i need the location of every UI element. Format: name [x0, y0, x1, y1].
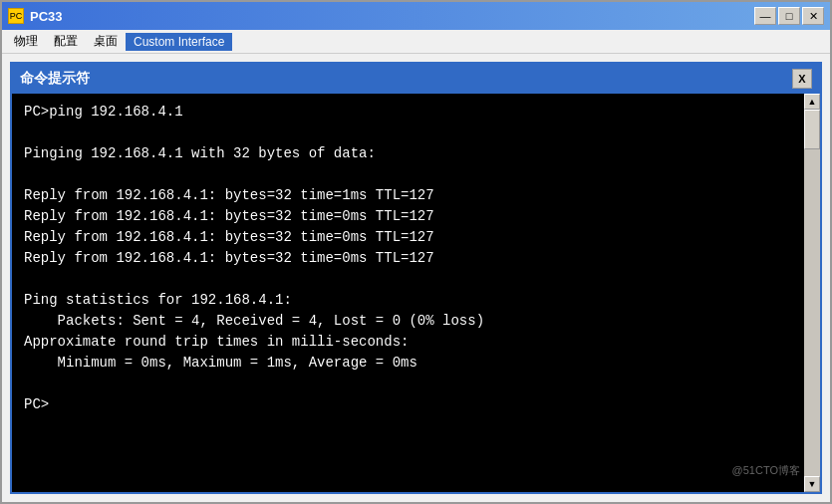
window-title: PC33	[30, 9, 754, 24]
main-window: PC PC33 — □ ✕ 物理 配置 桌面 Custom Interface …	[0, 0, 832, 504]
window-icon: PC	[8, 8, 24, 24]
menu-item-desktop[interactable]: 桌面	[86, 31, 126, 52]
content-area: 命令提示符 X PC>ping 192.168.4.1 Pinging 192.…	[2, 54, 830, 502]
cmd-window: 命令提示符 X PC>ping 192.168.4.1 Pinging 192.…	[10, 62, 822, 494]
scroll-up-button[interactable]: ▲	[804, 94, 820, 110]
cmd-scrollbar: ▲ ▼	[804, 94, 820, 492]
cmd-content[interactable]: PC>ping 192.168.4.1 Pinging 192.168.4.1 …	[12, 94, 804, 492]
watermark: @51CTO博客	[732, 463, 800, 478]
scroll-down-button[interactable]: ▼	[804, 476, 820, 492]
cmd-title-text: 命令提示符	[20, 70, 792, 88]
close-button[interactable]: ✕	[802, 7, 824, 25]
minimize-button[interactable]: —	[754, 7, 776, 25]
menu-item-custom-interface[interactable]: Custom Interface	[126, 33, 232, 51]
scroll-track	[804, 110, 820, 476]
title-bar: PC PC33 — □ ✕	[2, 2, 830, 30]
window-controls: — □ ✕	[754, 7, 824, 25]
cmd-body: PC>ping 192.168.4.1 Pinging 192.168.4.1 …	[12, 94, 820, 492]
cmd-close-button[interactable]: X	[792, 69, 812, 89]
cmd-title-bar: 命令提示符 X	[12, 64, 820, 94]
menu-item-physics[interactable]: 物理	[6, 31, 46, 52]
menu-bar: 物理 配置 桌面 Custom Interface	[2, 30, 830, 54]
icon-text: PC	[10, 11, 23, 21]
scroll-thumb[interactable]	[804, 110, 820, 149]
menu-item-config[interactable]: 配置	[46, 31, 86, 52]
maximize-button[interactable]: □	[778, 7, 800, 25]
